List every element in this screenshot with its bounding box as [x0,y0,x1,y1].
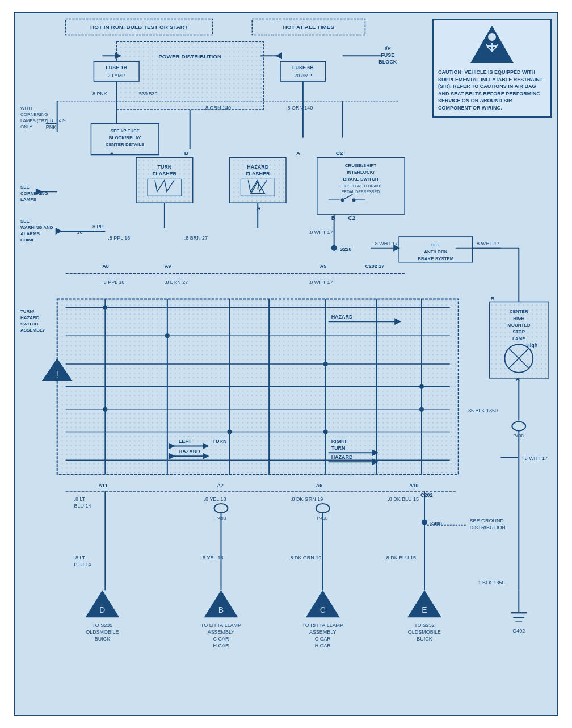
svg-point-133 [103,407,107,412]
svg-text:A10: A10 [409,483,418,488]
svg-text:ASSEMBLY: ASSEMBLY [20,328,45,333]
svg-text:.8 WHT  17: .8 WHT 17 [523,455,548,461]
svg-point-136 [419,407,424,412]
svg-text:B: B [331,215,335,221]
svg-text:20 AMP: 20 AMP [108,73,125,78]
svg-text:FUSE 6B: FUSE 6B [292,65,314,70]
svg-text:HIGH: HIGH [513,316,524,321]
svg-point-132 [419,384,424,389]
svg-text:CORNERING: CORNERING [20,112,48,117]
svg-text:C CAR: C CAR [213,636,229,642]
svg-text:HOT AT ALL TIMES: HOT AT ALL TIMES [283,24,335,30]
svg-text:HAZARD: HAZARD [179,449,200,454]
svg-text:CLOSED WITH BRAKE: CLOSED WITH BRAKE [339,184,381,188]
svg-text:1 BLK  1350: 1 BLK 1350 [478,580,505,585]
svg-text:.8 LT: .8 LT [74,555,86,560]
caution-svg-icon [469,24,515,64]
svg-text:TURN/: TURN/ [20,309,35,314]
svg-text:SEE I/P FUSE: SEE I/P FUSE [111,128,140,133]
svg-text:.8 PPL: .8 PPL [91,224,106,229]
svg-text:SWITCH: SWITCH [20,321,39,327]
svg-text:.8 WHT  17: .8 WHT 17 [309,229,333,235]
svg-text:B: B [490,295,494,302]
svg-text:STOP: STOP [513,329,525,334]
svg-text:H CAR: H CAR [213,643,229,648]
svg-text:FUSE: FUSE [381,52,394,58]
svg-text:LAMPS (TB7): LAMPS (TB7) [20,118,48,123]
svg-text:16: 16 [77,229,83,235]
svg-text:BRAKE SWITCH: BRAKE SWITCH [343,177,378,182]
svg-text:TURN: TURN [157,164,171,170]
svg-text:OLDSMOBILE: OLDSMOBILE [408,629,441,635]
svg-text:CHIME: CHIME [20,237,35,242]
svg-text:POWER DISTRIBUTION: POWER DISTRIBUTION [158,53,221,60]
svg-point-131 [323,362,328,366]
svg-text:C CAR: C CAR [315,636,331,642]
svg-text:FLASHER: FLASHER [246,171,270,177]
svg-point-135 [323,430,328,434]
svg-text:!: ! [56,369,58,380]
svg-text:.8 DK GRN  19: .8 DK GRN 19 [291,496,323,502]
svg-text:C202  17: C202 17 [365,263,384,269]
svg-text:HAZARD: HAZARD [331,454,353,460]
diagram-svg: HOT IN RUN, BULB TEST OR START HOT AT AL… [15,13,557,715]
svg-text:539   539: 539 539 [139,91,157,97]
svg-point-130 [165,333,170,338]
svg-text:.8 YEL  18: .8 YEL 18 [201,555,224,560]
svg-text:BLU  14: BLU 14 [74,562,91,567]
svg-text:20 AMP: 20 AMP [294,73,312,78]
svg-text:ASSEMBLY: ASSEMBLY [208,629,235,635]
svg-text:D: D [99,605,105,614]
svg-text:FUSE 1B: FUSE 1B [106,65,127,70]
svg-text:.8 WHT  17: .8 WHT 17 [373,241,398,246]
svg-text:CRUISE/SHIFT: CRUISE/SHIFT [345,163,376,168]
svg-text:WARNING AND: WARNING AND [20,225,53,230]
svg-text:FLASHER: FLASHER [153,171,177,177]
svg-text:TO LH TAILLAMP: TO LH TAILLAMP [201,622,241,628]
svg-text:ANTILOCK: ANTILOCK [424,249,447,254]
svg-text:A9: A9 [165,263,171,269]
svg-text:BLOCK/RELAY: BLOCK/RELAY [109,135,141,140]
svg-text:A: A [110,150,113,156]
svg-text:BLOCK: BLOCK [378,59,397,65]
svg-text:RIGHT: RIGHT [331,438,347,444]
svg-text:C2: C2 [336,150,343,156]
svg-text:PEDAL DEPRESSED: PEDAL DEPRESSED [342,190,380,194]
svg-text:INTERLOCK/: INTERLOCK/ [347,170,375,175]
svg-text:ONLY: ONLY [20,124,33,129]
svg-text:A11: A11 [98,483,107,488]
caution-triangle-container [438,24,546,65]
svg-text:.35 BLK  1350: .35 BLK 1350 [467,408,498,413]
wiring-diagram: HOT IN RUN, BULB TEST OR START HOT AT AL… [14,12,558,716]
svg-text:.8 YEL  18: .8 YEL 18 [204,496,226,502]
svg-text:OLDSMOBILE: OLDSMOBILE [86,629,119,635]
svg-text:TO S235: TO S235 [92,622,113,628]
svg-text:C: C [320,605,326,614]
svg-text:SEE: SEE [431,242,440,248]
svg-text:.8: .8 [49,118,53,123]
svg-text:.8 DK BLU  15: .8 DK BLU 15 [385,555,416,560]
svg-text:BLU  14: BLU 14 [74,503,91,509]
svg-text:SEE GROUND: SEE GROUND [470,518,504,524]
svg-text:MOUNTED: MOUNTED [507,323,530,328]
svg-text:A6: A6 [316,483,322,488]
diagram-container: HOT IN RUN, BULB TEST OR START HOT AT AL… [0,0,572,728]
svg-text:TURN: TURN [331,445,346,451]
svg-text:BUICK: BUICK [417,636,432,642]
svg-point-129 [103,305,107,309]
svg-point-134 [227,430,232,434]
svg-text:TO RH TAILLAMP: TO RH TAILLAMP [302,622,343,628]
svg-text:SEE: SEE [20,185,30,190]
svg-text:I/P: I/P [385,45,391,51]
svg-text:.8 ORN  140: .8 ORN 140 [204,105,231,111]
svg-text:.8 WHT  17: .8 WHT 17 [309,279,333,285]
svg-text:.8 PNK: .8 PNK [91,91,107,97]
svg-text:HOT IN RUN, BULB TEST OR START: HOT IN RUN, BULB TEST OR START [90,24,188,30]
svg-text:LEFT: LEFT [179,438,192,444]
svg-text:A8: A8 [102,263,108,269]
svg-text:H CAR: H CAR [315,643,331,648]
svg-point-88 [331,245,337,251]
svg-text:.8 BRN  27: .8 BRN 27 [165,279,188,285]
svg-text:A: A [296,150,300,156]
svg-text:DISTRIBUTION: DISTRIBUTION [470,525,506,530]
